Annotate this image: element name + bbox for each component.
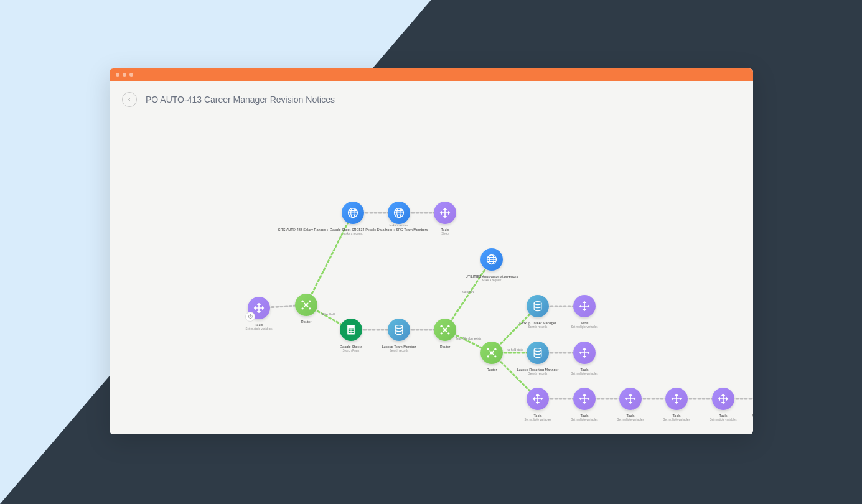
node-label: Router [301, 320, 312, 324]
node-label: SRC AUTO-488 Salary Ranges + Google Shee… [278, 228, 428, 232]
window-control-dot[interactable] [123, 73, 126, 77]
node-sublabel: Make a request [389, 224, 408, 227]
tools-purple-icon [434, 202, 456, 224]
workflow-node-tools3[interactable]: ToolsSet multiple variables [560, 295, 609, 329]
back-button[interactable] [122, 92, 137, 107]
node-label: Notify Career Manager [752, 414, 753, 418]
workflow-node-tools9[interactable]: ToolsSet multiple variables [698, 388, 748, 422]
workflow-node-tools2[interactable]: ToolsSleep [420, 202, 470, 236]
node-label: Lookup Team Member [382, 345, 416, 349]
node-label: UTILITIES #ops-automation-errors [466, 274, 518, 279]
workflow-node-router1[interactable]: Router [281, 294, 331, 324]
svg-point-47 [494, 355, 496, 357]
node-sublabel: Search records [528, 372, 548, 375]
svg-point-44 [487, 348, 489, 350]
svg-point-38 [447, 325, 449, 327]
workflow-node-tools5[interactable]: ToolsSet multiple variables [513, 388, 563, 422]
svg-point-40 [447, 332, 449, 334]
workflow-node-tools4[interactable]: ToolsSet multiple variables [560, 342, 609, 376]
router-green-icon [295, 294, 317, 316]
sheets-icon [340, 319, 362, 341]
node-label: Tools [673, 414, 681, 418]
tools-purple-icon [573, 295, 596, 317]
workflow-node-tools6[interactable]: ToolsSet multiple variables [560, 388, 609, 422]
window-titlebar [110, 68, 753, 81]
db-teal-icon [527, 342, 549, 364]
node-sublabel: Make a request [343, 232, 362, 235]
svg-point-48 [534, 302, 541, 305]
http-blue-icon [342, 202, 364, 224]
node-label: Tools [581, 414, 589, 418]
node-sublabel: Set multiple variables [663, 418, 690, 421]
node-sublabel: Set multiple variables [710, 418, 737, 421]
node-label: Tools [581, 321, 589, 325]
tools-purple-icon: ⏱ [248, 297, 270, 319]
workflow-node-lookup_tm[interactable]: Lookup Team MemberSearch records [374, 319, 424, 353]
clock-badge-icon: ⏱ [245, 312, 255, 322]
workflow-node-lookup_rm[interactable]: Lookup Reporting ManagerSearch records [513, 342, 563, 376]
svg-point-45 [494, 348, 496, 350]
svg-point-28 [309, 307, 311, 309]
workflow-node-sheets[interactable]: Google SheetsSearch Rows [326, 319, 376, 353]
window-control-dot[interactable] [116, 73, 119, 77]
tools-purple-icon [665, 388, 688, 410]
link-layer: Filter:HoldNo recordTeam Member existsNo… [110, 106, 753, 434]
tools-purple-icon [573, 342, 596, 364]
node-label: Tools [441, 228, 449, 232]
page-title: PO AUTO-413 Career Manager Revision Noti… [146, 95, 335, 105]
http-blue-icon [388, 202, 410, 224]
db-teal-icon [388, 319, 410, 341]
svg-point-46 [487, 355, 489, 357]
workflow-node-router2[interactable]: Router [420, 319, 470, 349]
node-label: Tools [719, 414, 728, 418]
svg-point-35 [395, 325, 403, 329]
workflow-node-tools7[interactable]: ToolsSet multiple variables [606, 388, 655, 422]
svg-text:No record: No record [462, 291, 475, 294]
workflow-canvas[interactable]: Filter:HoldNo recordTeam Member existsNo… [110, 106, 753, 434]
tools-purple-icon [573, 388, 596, 410]
node-sublabel: Set multiple variables [617, 418, 644, 421]
db-teal-icon [527, 295, 549, 317]
svg-point-25 [302, 301, 304, 302]
workflow-node-tools8[interactable]: ToolsSet multiple variables [652, 388, 701, 422]
node-sublabel: Set multiple variables [525, 418, 551, 421]
svg-point-27 [302, 307, 304, 309]
workflow-node-src_auto[interactable]: SRC AUTO-488 Salary Ranges + Google Shee… [328, 202, 378, 236]
router-green-icon [480, 342, 503, 364]
node-label: Tools [255, 323, 263, 327]
node-label: Tools [627, 414, 635, 418]
node-sublabel: Make a request [482, 279, 501, 282]
node-label: Google Sheets [340, 345, 362, 349]
svg-point-26 [309, 301, 311, 302]
svg-point-49 [534, 348, 541, 352]
tools-purple-icon [619, 388, 642, 410]
tools-purple-icon [527, 388, 549, 410]
svg-point-39 [441, 332, 443, 334]
node-sublabel: Set multiple variables [571, 418, 598, 421]
node-sublabel: Sleep [441, 232, 449, 235]
workflow-node-http2[interactable]: Make a request [374, 202, 424, 227]
node-label: Tools [534, 414, 542, 418]
node-sublabel: Search Rows [343, 349, 360, 352]
node-sublabel: Set multiple variables [571, 325, 598, 329]
workflow-node-tools1[interactable]: ⏱ToolsSet multiple variables [234, 297, 284, 331]
workflow-node-router3[interactable]: Router [467, 342, 517, 372]
svg-point-37 [441, 325, 443, 327]
node-sublabel: Search records [390, 349, 409, 352]
tools-purple-icon [712, 388, 734, 410]
node-label: Router [487, 368, 497, 372]
node-sublabel: Set multiple variables [571, 372, 598, 375]
workflow-node-slack[interactable]: Notify Career ManagerCreate a Message [744, 388, 753, 422]
node-sublabel: Search records [528, 325, 548, 329]
node-label: Tools [581, 368, 589, 372]
node-label: Lookup Reporting Manager [517, 368, 559, 372]
node-sublabel: Set multiple variables [246, 327, 273, 330]
node-label: Router [440, 345, 451, 349]
app-window: PO AUTO-413 Career Manager Revision Noti… [110, 68, 753, 434]
workflow-node-lookup_cm[interactable]: Lookup Career ManagerSearch records [513, 295, 563, 329]
router-green-icon [434, 319, 456, 341]
node-label: Lookup Career Manager [519, 321, 556, 325]
workflow-node-utilities1[interactable]: UTILITIES #ops-automation-errorsMake a r… [467, 248, 517, 282]
window-control-dot[interactable] [129, 73, 133, 77]
arrow-left-icon [126, 96, 133, 103]
